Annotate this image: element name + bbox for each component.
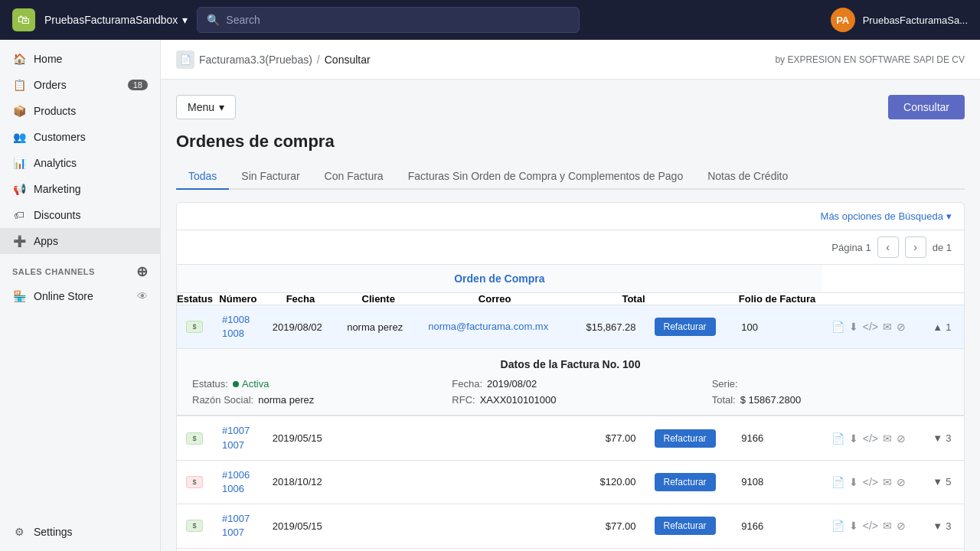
chevron-down-icon: ▾ bbox=[946, 210, 952, 222]
consultar-button[interactable]: Consultar bbox=[888, 95, 965, 119]
menu-button[interactable]: Menu ▾ bbox=[176, 95, 236, 119]
refacturar-button[interactable]: Refacturar bbox=[655, 429, 716, 448]
row-cliente bbox=[338, 416, 419, 460]
sidebar-item-apps[interactable]: ➕ Apps bbox=[0, 228, 160, 254]
tab-todas[interactable]: Todas bbox=[176, 164, 229, 190]
row-action: Refacturar bbox=[645, 548, 733, 551]
cancel-icon[interactable]: ⊘ bbox=[897, 321, 906, 333]
table-header-row: Estatus Número Fecha Cliente Correo Tota… bbox=[177, 293, 964, 305]
download-icon[interactable]: ⬇ bbox=[849, 321, 858, 333]
col-action bbox=[645, 293, 733, 305]
avatar[interactable]: PA bbox=[831, 8, 855, 32]
row-cliente: norma perez bbox=[338, 305, 419, 349]
download-icon[interactable]: ⬇ bbox=[849, 520, 858, 532]
tab-notas-credito[interactable]: Notas de Crédito bbox=[695, 164, 800, 190]
row-expand: ▲ 1 bbox=[923, 305, 964, 349]
order-link-1[interactable]: #1007 bbox=[222, 512, 254, 526]
order-link-2[interactable]: 1007 bbox=[222, 526, 254, 540]
prev-page-button[interactable]: ‹ bbox=[877, 236, 899, 258]
chevron-down-icon[interactable]: ▼ bbox=[933, 520, 942, 532]
refacturar-button[interactable]: Refacturar bbox=[655, 473, 716, 491]
tab-con-factura[interactable]: Con Factura bbox=[312, 164, 396, 190]
refacturar-button[interactable]: Refacturar bbox=[655, 318, 716, 336]
row-action: Refacturar bbox=[645, 305, 733, 349]
code-icon[interactable]: </> bbox=[863, 520, 878, 532]
email-link[interactable]: norma@facturama.com.mx bbox=[428, 320, 561, 334]
table-row: $ #1008 1008 2019/08/02 norma perez norm… bbox=[177, 305, 964, 349]
tab-facturas-sin-orden[interactable]: Facturas Sin Orden de Compra y Complemen… bbox=[396, 164, 696, 190]
code-icon[interactable]: </> bbox=[863, 476, 878, 488]
refacturar-button[interactable]: Refacturar bbox=[655, 517, 716, 535]
download-icon[interactable]: ⬇ bbox=[849, 476, 858, 488]
pdf-icon[interactable]: 📄 bbox=[831, 432, 844, 445]
add-sales-channel-icon[interactable]: ⊕ bbox=[136, 263, 149, 280]
email-icon[interactable]: ✉ bbox=[883, 321, 892, 333]
search-more-link[interactable]: Más opciones de Búsqueda ▾ bbox=[821, 210, 952, 222]
search-input[interactable]: 🔍 Search bbox=[197, 7, 580, 33]
sidebar-item-analytics[interactable]: 📊 Analytics bbox=[0, 150, 160, 176]
next-page-button[interactable]: › bbox=[905, 236, 926, 258]
pdf-icon[interactable]: 📄 bbox=[831, 520, 844, 532]
order-link-2[interactable]: 1008 bbox=[222, 327, 254, 341]
order-link-1[interactable]: #1006 bbox=[222, 468, 254, 482]
pdf-icon[interactable]: 📄 bbox=[831, 476, 844, 488]
total-value: $ 15867.2800 bbox=[740, 394, 802, 406]
code-icon[interactable]: </> bbox=[863, 432, 878, 445]
email-icon[interactable]: ✉ bbox=[883, 476, 892, 488]
sidebar-item-orders[interactable]: 📋 Orders 18 bbox=[0, 72, 160, 98]
sidebar-item-online-store[interactable]: 🏪 Online Store 👁 bbox=[0, 283, 160, 309]
table-row: $ #1007 1007 2019/05/15 $77.00 bbox=[177, 416, 964, 460]
row-numero: #1008 1008 bbox=[213, 305, 263, 349]
chevron-up-icon[interactable]: ▲ bbox=[933, 321, 942, 333]
sidebar-item-discounts[interactable]: 🏷 Discounts bbox=[0, 202, 160, 228]
email-icon[interactable]: ✉ bbox=[883, 520, 892, 532]
row-estatus: $ bbox=[177, 305, 213, 349]
expand-cell: ▼ 5 bbox=[933, 476, 955, 487]
row-action: Refacturar bbox=[645, 416, 733, 460]
action-icons: 📄 ⬇ </> ✉ ⊘ bbox=[831, 432, 915, 445]
fecha-label: Fecha: bbox=[452, 378, 482, 390]
marketing-icon: 📢 bbox=[12, 182, 26, 196]
row-correo bbox=[419, 460, 570, 504]
page-total: de 1 bbox=[933, 242, 952, 253]
email-icon[interactable]: ✉ bbox=[883, 432, 892, 445]
row-fecha: 2018/10/12 bbox=[263, 548, 338, 551]
expand-cell: ▼ 3 bbox=[933, 520, 955, 532]
eye-icon[interactable]: 👁 bbox=[137, 290, 148, 302]
row-correo bbox=[419, 548, 570, 551]
sidebar-item-marketing[interactable]: 📢 Marketing bbox=[0, 176, 160, 202]
col-expand bbox=[923, 293, 964, 305]
active-dot bbox=[233, 381, 239, 387]
sidebar-item-settings[interactable]: ⚙ Settings bbox=[0, 519, 160, 545]
order-link-2[interactable]: 1007 bbox=[222, 439, 254, 452]
row-action: Refacturar bbox=[645, 460, 733, 504]
download-icon[interactable]: ⬇ bbox=[849, 432, 858, 445]
cancel-icon[interactable]: ⊘ bbox=[897, 432, 906, 445]
row-total: $77.00 bbox=[570, 416, 645, 460]
user-name: PruebasFacturamaSa... bbox=[863, 15, 968, 26]
main-content: 📄 Facturama3.3(Pruebas) / Consultar by E… bbox=[161, 40, 980, 551]
chevron-down-icon[interactable]: ▼ bbox=[933, 476, 942, 487]
cancel-icon[interactable]: ⊘ bbox=[897, 520, 906, 532]
order-link-2[interactable]: 1006 bbox=[222, 482, 254, 496]
settings-icon: ⚙ bbox=[12, 525, 26, 539]
store-name-dropdown[interactable]: PruebasFacturamaSandbox ▾ bbox=[44, 14, 188, 26]
tab-sin-facturar[interactable]: Sin Facturar bbox=[229, 164, 312, 190]
search-icon: 🔍 bbox=[207, 14, 220, 26]
chevron-down-icon[interactable]: ▼ bbox=[933, 432, 942, 444]
table-row: $ #1007 1007 2019/05/15 $77.00 bbox=[177, 504, 964, 548]
code-icon[interactable]: </> bbox=[863, 321, 878, 333]
sidebar-item-products[interactable]: 📦 Products bbox=[0, 98, 160, 124]
sidebar-item-customers[interactable]: 👥 Customers bbox=[0, 124, 160, 150]
customers-icon: 👥 bbox=[12, 130, 26, 144]
breadcrumb-app-link[interactable]: Facturama3.3(Pruebas) bbox=[199, 54, 312, 66]
order-link-1[interactable]: #1008 bbox=[222, 313, 254, 327]
sidebar-item-home[interactable]: 🏠 Home bbox=[0, 46, 160, 72]
row-numero: #1006 1006 bbox=[213, 548, 263, 551]
row-total: $77.00 bbox=[570, 504, 645, 548]
toolbar: Menu ▾ Consultar bbox=[176, 95, 965, 119]
pdf-icon[interactable]: 📄 bbox=[831, 321, 844, 333]
order-link-1[interactable]: #1007 bbox=[222, 424, 254, 438]
table-row: $ #1006 1006 2018/10/12 $120.00 bbox=[177, 460, 964, 504]
cancel-icon[interactable]: ⊘ bbox=[897, 476, 906, 488]
